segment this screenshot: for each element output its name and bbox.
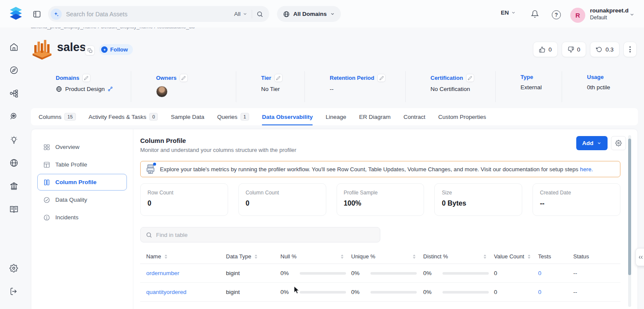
entity-tabs: Columns 15 Activity Feeds & Tasks 0 Samp…	[31, 108, 638, 125]
tests-link[interactable]: 0	[538, 289, 573, 295]
meta-domains: Domains Product Design	[31, 71, 131, 102]
panel-handle-button[interactable]	[635, 248, 644, 266]
stat-value: --	[540, 200, 613, 207]
scrollbar-track[interactable]	[628, 135, 631, 307]
banner-here-link[interactable]: here.	[580, 166, 593, 173]
sparkle-icon[interactable]	[51, 9, 62, 20]
sort-carets-icon[interactable]	[484, 254, 486, 259]
help-icon[interactable]: ?	[552, 10, 561, 19]
entity-actions: 0 0 0.3	[533, 42, 637, 57]
column-name-link[interactable]: quantityordered	[140, 289, 226, 295]
domain-value-link[interactable]: Product Design	[65, 86, 105, 92]
observability-search-eye-icon[interactable]	[6, 105, 21, 128]
progress-bar	[300, 291, 346, 294]
notifications-bell-icon[interactable]	[531, 10, 539, 18]
downvote-button[interactable]: 0	[562, 42, 587, 57]
tab-columns[interactable]: Columns 15	[39, 108, 76, 125]
search-input[interactable]	[66, 11, 230, 18]
version-history-button[interactable]: 0.3	[590, 42, 620, 57]
menu-item-overview[interactable]: Overview	[37, 139, 127, 155]
governance-bank-icon[interactable]	[6, 174, 21, 197]
menu-item-table-profile[interactable]: Table Profile	[37, 156, 127, 173]
domains-selector[interactable]: All Domains	[277, 6, 341, 22]
menu-item-label: Table Profile	[55, 161, 87, 168]
menu-item-label: Incidents	[55, 214, 78, 221]
check-circle-icon	[43, 197, 50, 203]
owner-avatar-photo[interactable]	[156, 86, 168, 97]
find-in-table-input[interactable]	[156, 232, 375, 238]
sort-carets-icon[interactable]	[341, 254, 343, 259]
tab-queries[interactable]: Queries 1	[217, 108, 249, 125]
tab-contract[interactable]: Contract	[403, 108, 425, 125]
edit-pencil-icon[interactable]	[180, 74, 188, 82]
kebab-menu-icon	[629, 46, 631, 52]
profiler-settings-gear-icon[interactable]	[611, 136, 626, 150]
tab-lineage[interactable]: Lineage	[325, 108, 346, 125]
chevron-down-icon	[243, 12, 247, 16]
language-selector[interactable]: EN	[501, 9, 516, 16]
user-avatar[interactable]: R	[570, 8, 585, 23]
logout-icon[interactable]	[6, 280, 21, 303]
upvote-button[interactable]: 0	[533, 42, 558, 57]
follow-button[interactable]: Follow	[99, 44, 133, 55]
column-header: Null %	[280, 253, 297, 260]
menu-item-label: Data Quality	[55, 197, 87, 203]
tab-custom-properties[interactable]: Custom Properties	[438, 108, 486, 125]
menu-item-incidents[interactable]: Incidents	[37, 209, 127, 226]
meta-usage: Usage 0th pctile	[562, 71, 638, 102]
home-icon[interactable]	[6, 35, 21, 58]
tab-sample-data[interactable]: Sample Data	[171, 108, 204, 125]
user-initial: R	[575, 12, 580, 19]
tab-label: Queries	[217, 114, 238, 120]
subdomain-link-icon[interactable]	[108, 86, 113, 92]
settings-gear-icon[interactable]	[6, 257, 21, 280]
sort-carets-icon[interactable]	[413, 254, 415, 259]
notification-dot	[153, 163, 156, 166]
app-logo[interactable]	[8, 5, 24, 22]
explore-compass-icon[interactable]	[6, 58, 21, 82]
edit-pencil-icon[interactable]	[82, 74, 90, 82]
column-header: Tests	[538, 253, 551, 260]
app-window: athena_prod_display_name / default_displ…	[0, 0, 644, 309]
scrollbar-thumb[interactable]	[628, 139, 631, 275]
sort-carets-icon[interactable]	[528, 254, 530, 259]
table-profile-icon	[43, 161, 50, 168]
menu-item-data-quality[interactable]: Data Quality	[37, 191, 127, 208]
insights-bulb-icon[interactable]	[6, 128, 21, 151]
edit-pencil-icon[interactable]	[274, 74, 283, 82]
sidebar-toggle-icon[interactable]	[33, 10, 41, 18]
tab-activity-feeds[interactable]: Activity Feeds & Tasks 0	[89, 108, 158, 125]
sort-carets-icon[interactable]	[165, 254, 167, 259]
copy-icon[interactable]	[85, 45, 95, 55]
top-navigation-bar: All All Domains EN ? R rounakpreet.d Def	[0, 0, 644, 27]
tests-link[interactable]: 0	[538, 270, 573, 276]
page-title: sales	[57, 41, 86, 54]
panel-handle-icon	[638, 254, 644, 260]
table-row: ordernumber bigint 0% 0% 0% 0 0 --	[140, 264, 620, 283]
search-scope-label: All	[234, 11, 241, 17]
search-icon[interactable]	[256, 11, 263, 18]
chevron-down-icon[interactable]	[629, 12, 635, 17]
null-pct-cell: 0%	[280, 289, 351, 295]
tab-data-observability[interactable]: Data Observability	[262, 108, 313, 125]
unique-pct-cell: 0%	[351, 289, 423, 295]
overview-grid-icon	[43, 144, 50, 151]
domains-globe-icon[interactable]	[6, 151, 21, 174]
search-scope-dropdown[interactable]: All	[234, 11, 247, 17]
edit-pencil-icon[interactable]	[377, 74, 385, 82]
tab-er-diagram[interactable]: ER Diagram	[359, 108, 391, 125]
profiler-info-banner: Explore your table's metrics by running …	[140, 161, 620, 177]
user-menu[interactable]: rounakpreet.d Default	[590, 7, 629, 21]
value-count-cell: 0	[494, 270, 538, 276]
menu-item-column-profile[interactable]: Column Profile	[37, 174, 127, 191]
lineage-flow-icon[interactable]	[6, 82, 21, 105]
column-header: Status	[573, 253, 589, 260]
sort-carets-icon[interactable]	[255, 254, 257, 259]
tab-label: Columns	[39, 114, 61, 120]
glossary-book-icon[interactable]	[6, 197, 21, 221]
column-name-link[interactable]: ordernumber	[140, 270, 226, 276]
edit-pencil-icon[interactable]	[466, 74, 474, 82]
athena-table-icon	[31, 38, 53, 60]
kebab-menu-button[interactable]	[623, 42, 637, 57]
add-button[interactable]: Add	[576, 136, 608, 150]
